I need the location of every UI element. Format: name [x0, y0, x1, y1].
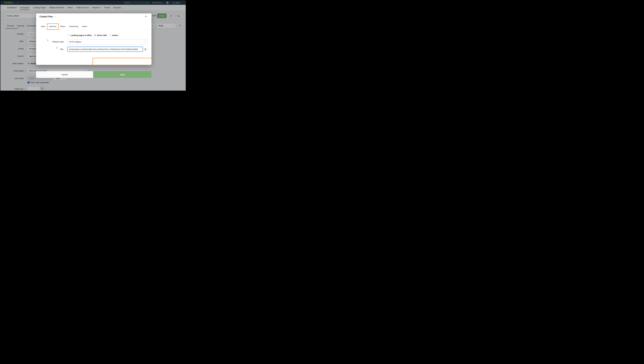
modal-tab-monitoring[interactable]: Monitoring [69, 25, 78, 28]
modal-tab-filters[interactable]: Filters [60, 25, 66, 28]
radio-direct-url[interactable]: Direct URL [94, 34, 107, 36]
help-icon[interactable]: ? [54, 16, 56, 18]
modal-tabs-divider [36, 30, 152, 30]
edit-icon [144, 48, 146, 50]
modal-tab-main[interactable]: Main [41, 25, 45, 28]
redirect-type-label: Redirect type [49, 41, 64, 43]
schema-tab-highlight [47, 24, 58, 30]
create-flow-modal: Create Flow ? ✕ Main Schema Filters Moni… [36, 14, 152, 65]
screenshot-frame: Keitaro TEAM Maintenance ? mgid Dashboar… [0, 0, 186, 91]
edit-url-button[interactable] [143, 47, 148, 52]
modal-tab-notes[interactable]: Notes [82, 25, 87, 28]
apply-button-highlight [92, 58, 152, 66]
radio-action[interactable]: Action [109, 34, 118, 36]
radio-icon [109, 34, 111, 36]
cancel-button[interactable]: Cancel [36, 71, 93, 78]
url-input[interactable] [68, 47, 143, 52]
redirect-type-value: HTTP-redirect [69, 41, 81, 43]
apply-button[interactable]: Apply [93, 71, 152, 78]
redirect-type-select[interactable]: HTTP-redirect [68, 39, 148, 45]
radio-icon [68, 34, 70, 36]
step-1-marker: 1 [47, 39, 48, 42]
step-2-marker: 2 [56, 47, 58, 49]
radio-landing-pages-offers[interactable]: Landing pages & offers [68, 34, 92, 36]
radio-selected-icon [94, 34, 96, 36]
close-icon[interactable]: ✕ [145, 15, 147, 18]
app-window: Keitaro TEAM Maintenance ? mgid Dashboar… [0, 1, 186, 91]
chevron-down-icon [144, 41, 146, 43]
modal-title: Create Flow [40, 15, 53, 18]
